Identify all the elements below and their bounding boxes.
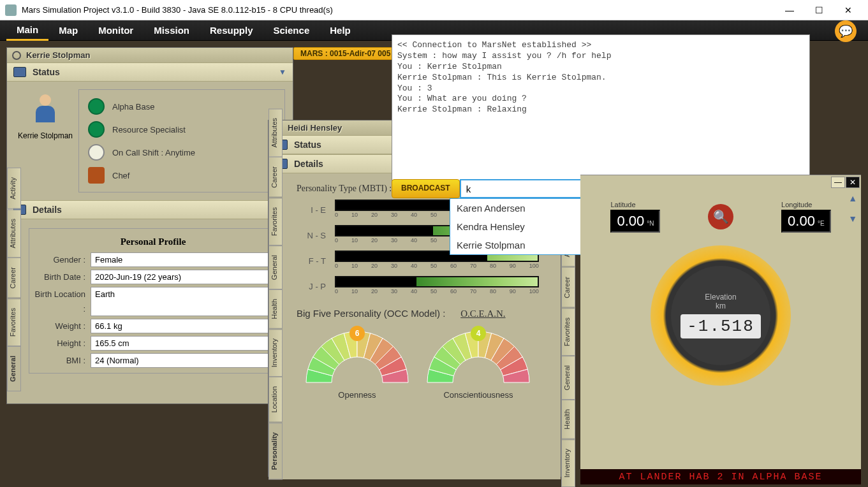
close-button[interactable]: ✕ bbox=[834, 1, 863, 20]
gauge-conscientiousness: 4 Conscientiousness bbox=[424, 328, 533, 400]
briefcase-icon bbox=[88, 167, 105, 184]
elev-unit: km bbox=[716, 302, 726, 310]
tab-general2[interactable]: General bbox=[268, 245, 283, 289]
app-icon bbox=[5, 4, 17, 16]
role-icon bbox=[88, 121, 105, 138]
lat-label: Latitude bbox=[610, 201, 660, 208]
tab-location[interactable]: Location bbox=[268, 377, 283, 423]
birthdate-value: 2020-Jun-19 (22 years) bbox=[91, 270, 273, 284]
maximize-button[interactable]: ☐ bbox=[804, 1, 834, 20]
height-value: 165.5 cm bbox=[91, 336, 273, 351]
location-ticker: AT LANDER HAB 2 IN ALPHA BASE bbox=[580, 469, 861, 484]
menu-map[interactable]: Map bbox=[48, 21, 88, 40]
job-value: Chef bbox=[112, 171, 129, 180]
nav-minimize-button[interactable]: — bbox=[831, 177, 845, 188]
menu-monitor[interactable]: Monitor bbox=[88, 21, 143, 40]
base-icon bbox=[88, 98, 105, 115]
tab-favorites2[interactable]: Favorites bbox=[268, 198, 283, 245]
gender-value: Female bbox=[91, 252, 273, 267]
profile-card: Personal Profile Gender :Female Birth Da… bbox=[29, 228, 277, 374]
gauge-label: Conscientiousness bbox=[424, 390, 533, 400]
avatar-label: Kerrie Stolpman bbox=[13, 131, 77, 140]
person1-titlebar[interactable]: Kerrie Stolpman bbox=[7, 48, 293, 62]
birthloc-value: Earth bbox=[91, 287, 273, 316]
elev-value: -1.518 bbox=[680, 314, 761, 338]
radio-icon bbox=[12, 51, 21, 60]
mbti-title: Personality Type (MBTI) : bbox=[297, 184, 392, 193]
profile-title: Personal Profile bbox=[33, 233, 273, 251]
broadcast-button[interactable]: BROADCAST bbox=[392, 179, 460, 198]
menu-science[interactable]: Science bbox=[263, 21, 320, 40]
tab-favorites[interactable]: Favorites bbox=[7, 298, 21, 346]
mbti-axis-label: I - E bbox=[297, 205, 335, 215]
weight-value: 66.1 kg bbox=[91, 319, 273, 333]
base-value: Alpha Base bbox=[112, 102, 155, 112]
tab-personality[interactable]: Personality bbox=[268, 423, 283, 479]
minimize-button[interactable]: — bbox=[775, 1, 804, 20]
ocean-title: Big Five Personality (OCC Model) : bbox=[297, 308, 445, 319]
person-window-kerrie: Kerrie Stolpman Status ▼ Kerrie Stolpman… bbox=[6, 47, 293, 404]
navigator-window: — ✕ ▲ ▼ Latitude 0.00°N 🔍 Longitude 0.00… bbox=[580, 175, 861, 484]
nav-close-button[interactable]: ✕ bbox=[846, 177, 860, 188]
section-icon bbox=[13, 67, 26, 77]
status-body: Kerrie Stolpman Alpha Base Resource Spec… bbox=[7, 82, 293, 200]
tab3-favorites[interactable]: Favorites bbox=[561, 308, 575, 356]
tab3-career[interactable]: Career bbox=[561, 267, 575, 308]
elevation-dial: Elevation km -1.518 bbox=[651, 245, 791, 386]
chat-icon[interactable]: 💬 bbox=[835, 20, 857, 42]
mbti-axis-label: N - S bbox=[297, 231, 335, 240]
gauge-score: 4 bbox=[471, 326, 486, 341]
mbti-axis-label: F - T bbox=[297, 256, 335, 266]
tab-attributes[interactable]: Attributes bbox=[7, 209, 21, 258]
window-title: Mars Simulation Project v3.1.0 - Build 3… bbox=[22, 5, 775, 15]
person1-name: Kerrie Stolpman bbox=[26, 50, 90, 60]
tab-general[interactable]: General bbox=[7, 346, 21, 391]
tab-career2[interactable]: Career bbox=[268, 157, 283, 198]
mbti-bar: 0102030405060708090100 bbox=[335, 276, 539, 296]
tab-health[interactable]: Health bbox=[268, 289, 283, 329]
lat-display: 0.00°N bbox=[610, 210, 660, 233]
lon-label: Longitude bbox=[781, 201, 831, 208]
menu-help[interactable]: Help bbox=[320, 21, 361, 40]
person2-name: Heidi Hensley bbox=[288, 123, 342, 133]
person1-tabs: General Favorites Career Attributes Acti… bbox=[7, 219, 21, 391]
gauge-openness: 6 Openness bbox=[303, 328, 411, 400]
menu-mission[interactable]: Mission bbox=[143, 21, 200, 40]
tab3-general[interactable]: General bbox=[561, 356, 575, 400]
mbti-axis-label: J - P bbox=[297, 282, 335, 291]
tab-attributes2[interactable]: Attributes bbox=[268, 108, 283, 157]
chat-log: << Connection to MarsNet established >> … bbox=[392, 35, 809, 179]
nav-down-icon[interactable]: ▼ bbox=[848, 214, 857, 224]
menu-resupply[interactable]: Resupply bbox=[200, 21, 263, 40]
status-header[interactable]: Status ▼ bbox=[7, 62, 293, 82]
elev-label: Elevation bbox=[705, 293, 736, 302]
bmi-value: 24 (Normal) bbox=[91, 353, 273, 368]
gauge-score: 6 bbox=[349, 326, 365, 341]
tab-inventory[interactable]: Inventory bbox=[268, 329, 283, 377]
clock-icon bbox=[88, 144, 105, 161]
person2-tabs: Personality Location Inventory Health Ge… bbox=[268, 173, 283, 479]
avatar-icon bbox=[33, 94, 57, 125]
title-bar: Mars Simulation Project v3.1.0 - Build 3… bbox=[0, 0, 868, 20]
menu-main[interactable]: Main bbox=[6, 20, 48, 41]
tab-career[interactable]: Career bbox=[7, 258, 21, 298]
gauge-label: Openness bbox=[303, 390, 411, 400]
role-value: Resource Specialist bbox=[112, 125, 186, 134]
tab3-health[interactable]: Health bbox=[561, 400, 575, 439]
tab3-inventory[interactable]: Inventory bbox=[561, 439, 575, 487]
collapse-icon[interactable]: ▼ bbox=[279, 68, 286, 76]
ocean-label: O.C.E.A.N. bbox=[460, 309, 505, 319]
mars-date-bar: MARS : 0015-Adir-07 005 bbox=[293, 47, 397, 60]
nav-up-icon[interactable]: ▲ bbox=[848, 193, 857, 203]
shift-value: On Call Shift : Anytime bbox=[112, 148, 195, 157]
details-header[interactable]: Details bbox=[7, 200, 293, 219]
tab-activity[interactable]: Activity bbox=[7, 168, 21, 209]
globe-search-icon[interactable]: 🔍 bbox=[708, 204, 733, 229]
lon-display: 0.00°E bbox=[781, 210, 831, 233]
chat-pane: << Connection to MarsNet established >> … bbox=[392, 34, 810, 181]
